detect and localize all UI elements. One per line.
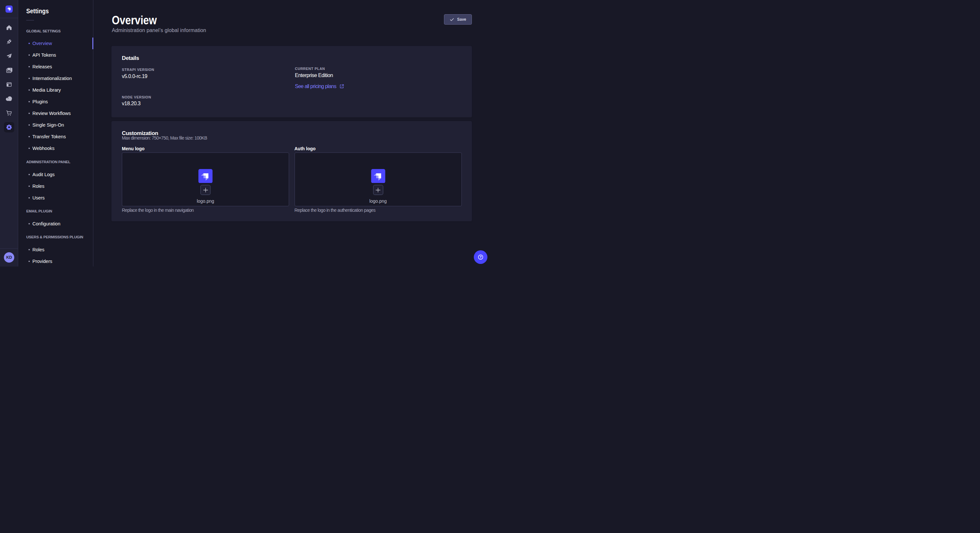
svg-text:?: ?	[480, 255, 482, 259]
